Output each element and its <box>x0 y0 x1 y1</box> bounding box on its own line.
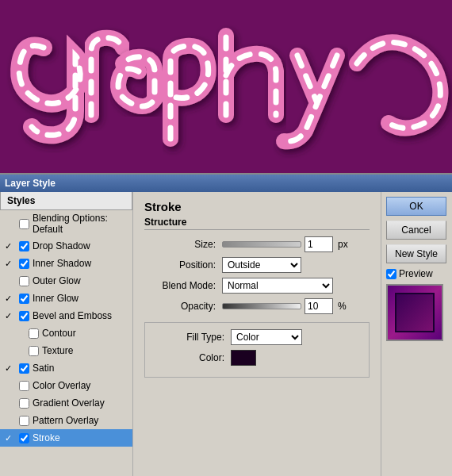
blend-mode-select[interactable]: Normal Multiply Screen Overlay <box>222 278 333 294</box>
sidebar-item-bevel-emboss[interactable]: Bevel and Emboss <box>0 307 132 324</box>
opacity-slider[interactable] <box>222 303 301 309</box>
sidebar-item-satin[interactable]: Satin <box>0 359 132 377</box>
sidebar-item-gradient-overlay[interactable]: Gradient Overlay <box>0 394 132 412</box>
satin-label: Satin <box>33 363 54 374</box>
preview-checkbox[interactable] <box>386 269 396 279</box>
size-slider[interactable] <box>222 241 301 248</box>
position-controls: Outside Inside Center <box>222 257 301 273</box>
opacity-label: Opacity: <box>144 301 216 312</box>
layer-style-dialog: Layer Style Styles Blending Options: Def… <box>0 173 452 476</box>
stroke-settings-panel: Stroke Structure Size: px Position: Outs… <box>133 192 381 476</box>
bevel-emboss-label: Bevel and Emboss <box>33 310 112 321</box>
sidebar-item-color-overlay[interactable]: Color Overlay <box>0 377 132 394</box>
position-label: Position: <box>144 259 216 271</box>
color-swatch[interactable] <box>231 350 256 366</box>
structure-section-title: Structure <box>144 217 370 230</box>
panel-title: Stroke <box>144 200 370 213</box>
preview-inner <box>395 293 435 332</box>
position-select[interactable]: Outside Inside Center <box>222 257 301 273</box>
size-unit: px <box>338 239 348 250</box>
drop-shadow-label: Drop Shadow <box>33 240 90 251</box>
opacity-unit: % <box>338 301 347 312</box>
gradient-overlay-checkbox[interactable] <box>19 398 29 409</box>
right-panel: OK Cancel New Style Preview <box>381 192 452 476</box>
fill-type-controls: Color Gradient Pattern <box>231 329 302 345</box>
sidebar-item-stroke[interactable]: Stroke <box>0 429 132 447</box>
preview-label-row: Preview <box>386 268 447 279</box>
sidebar-item-texture[interactable]: Texture <box>0 342 132 359</box>
size-label: Size: <box>144 239 216 250</box>
preview-label-text: Preview <box>399 268 433 279</box>
opacity-controls: % <box>222 298 347 314</box>
pattern-overlay-label: Pattern Overlay <box>33 415 98 426</box>
new-style-button[interactable]: New Style <box>386 244 446 263</box>
blend-mode-row: Blend Mode: Normal Multiply Screen Overl… <box>144 278 370 294</box>
fill-type-select[interactable]: Color Gradient Pattern <box>231 329 302 345</box>
sidebar-item-blending-options[interactable]: Blending Options: Default <box>0 210 132 237</box>
color-overlay-checkbox[interactable] <box>19 381 29 391</box>
left-panel: Styles Blending Options: Default Drop Sh… <box>0 192 133 476</box>
cancel-button[interactable]: Cancel <box>386 221 446 240</box>
contour-checkbox[interactable] <box>29 328 39 339</box>
size-row: Size: px <box>144 236 370 252</box>
styles-header[interactable]: Styles <box>0 192 132 210</box>
color-row: Color: <box>153 350 361 366</box>
color-overlay-label: Color Overlay <box>33 380 90 391</box>
blending-options-label: Blending Options: Default <box>33 213 126 235</box>
drop-shadow-checkbox[interactable] <box>19 241 29 251</box>
dialog-titlebar: Layer Style <box>0 175 452 192</box>
fill-type-row: Fill Type: Color Gradient Pattern <box>153 329 361 345</box>
sidebar-item-drop-shadow[interactable]: Drop Shadow <box>0 237 132 255</box>
texture-checkbox[interactable] <box>29 346 39 356</box>
preview-box <box>386 284 443 341</box>
color-label: Color: <box>153 352 224 363</box>
size-input[interactable] <box>305 236 333 252</box>
stroke-label: Stroke <box>33 432 60 443</box>
stroke-checkbox[interactable] <box>19 433 29 443</box>
inner-glow-checkbox[interactable] <box>19 294 29 304</box>
sidebar-item-pattern-overlay[interactable]: Pattern Overlay <box>0 412 132 429</box>
blending-options-checkbox[interactable] <box>19 219 29 229</box>
ok-button[interactable]: OK <box>386 197 446 216</box>
inner-shadow-checkbox[interactable] <box>19 259 29 269</box>
sidebar-item-inner-glow[interactable]: Inner Glow <box>0 290 132 307</box>
inner-glow-label: Inner Glow <box>33 293 79 304</box>
outer-glow-checkbox[interactable] <box>19 276 29 286</box>
sidebar-item-contour[interactable]: Contour <box>0 324 132 342</box>
inner-shadow-label: Inner Shadow <box>33 258 91 269</box>
opacity-input[interactable] <box>305 298 333 314</box>
satin-checkbox[interactable] <box>19 363 29 374</box>
fill-type-label: Fill Type: <box>153 332 224 343</box>
bevel-emboss-checkbox[interactable] <box>19 311 29 321</box>
blend-mode-controls: Normal Multiply Screen Overlay <box>222 278 333 294</box>
canvas-preview <box>0 0 452 173</box>
gradient-overlay-label: Gradient Overlay <box>33 397 105 409</box>
position-row: Position: Outside Inside Center <box>144 257 370 273</box>
fill-type-box: Fill Type: Color Gradient Pattern Color: <box>144 322 370 378</box>
pattern-overlay-checkbox[interactable] <box>19 416 29 426</box>
opacity-row: Opacity: % <box>144 298 370 314</box>
sidebar-item-inner-shadow[interactable]: Inner Shadow <box>0 255 132 272</box>
contour-label: Contour <box>42 328 76 339</box>
blend-mode-label: Blend Mode: <box>144 280 216 291</box>
texture-label: Texture <box>42 345 73 356</box>
dialog-title: Layer Style <box>5 178 56 189</box>
sidebar-item-outer-glow[interactable]: Outer Glow <box>0 272 132 290</box>
size-controls: px <box>222 236 348 252</box>
outer-glow-label: Outer Glow <box>33 275 81 286</box>
